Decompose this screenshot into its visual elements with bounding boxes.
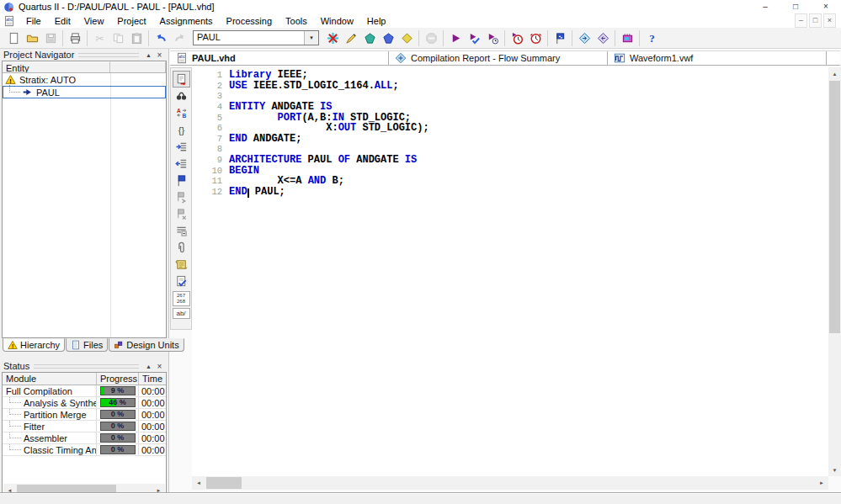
panel-close-icon[interactable]: × <box>154 50 165 61</box>
smart-compile-icon[interactable] <box>323 29 342 47</box>
menu-processing[interactable]: Processing <box>220 16 279 26</box>
code-editor[interactable]: 1Library IEEE;2USE IEEE.STD_LOGIC_1164.A… <box>192 67 828 476</box>
editor-tab-compilation-report-flow-summary[interactable]: Compilation Report - Flow Summary <box>389 51 608 65</box>
module-label: Partition Merge <box>24 410 87 420</box>
programmer-icon[interactable] <box>618 29 636 47</box>
project-navigator-title: Project Navigator <box>3 50 74 60</box>
editor-tab-paul-vhd[interactable]: abcPAUL.vhd <box>170 51 389 65</box>
paste-icon[interactable] <box>127 29 146 47</box>
help-icon[interactable]: ? <box>642 29 661 47</box>
editor-side-toolbar: AB{}267268ab/ <box>170 67 192 330</box>
restore-button[interactable]: □ <box>780 0 811 13</box>
entity-row-stratix-auto[interactable]: !Stratix: AUTO <box>3 73 166 86</box>
undo-icon[interactable] <box>152 29 170 47</box>
scroll-right-icon[interactable]: ► <box>815 476 828 490</box>
replace-icon[interactable]: AB <box>173 104 190 121</box>
ab-syntax-box[interactable]: ab/ <box>173 308 190 319</box>
quartus-app-icon <box>3 2 14 13</box>
panel-collapse-icon[interactable]: ▲ <box>143 50 154 61</box>
menu-project[interactable]: Project <box>110 16 152 26</box>
mdi-close-button[interactable]: × <box>823 13 836 28</box>
navigator-tab-files[interactable]: Files <box>66 338 108 352</box>
entity-row-paul[interactable]: PAUL <box>3 86 166 98</box>
bookmark-next-icon[interactable] <box>173 188 190 205</box>
menu-view[interactable]: View <box>77 16 111 26</box>
mdi-restore-button[interactable]: □ <box>809 13 822 28</box>
editor-horizontal-scrollbar[interactable]: ◄ ► <box>192 476 828 490</box>
assignment-editor-icon[interactable] <box>342 29 360 47</box>
menu-file[interactable]: File <box>19 16 48 26</box>
find-icon[interactable] <box>173 88 190 104</box>
compilation-report-icon <box>395 52 407 64</box>
panel-grab-lines <box>78 53 139 57</box>
save-icon[interactable] <box>41 29 60 47</box>
cut-icon[interactable]: ✂ <box>90 29 109 47</box>
bookmark-clear-icon[interactable] <box>173 205 190 222</box>
minimize-button[interactable]: – <box>750 0 780 13</box>
navigator-tab-hierarchy[interactable]: !Hierarchy <box>3 338 65 352</box>
scrollbar-thumb[interactable] <box>829 81 840 333</box>
line-number: 8 <box>192 144 222 154</box>
code-token: IEEE.STD_LOGIC_1164. <box>248 80 375 92</box>
combo-dropdown-icon[interactable]: ▼ <box>304 31 318 45</box>
comment-lines-icon[interactable] <box>173 222 190 239</box>
line-number: 11 <box>192 176 222 186</box>
start-compilation-icon[interactable] <box>446 29 465 47</box>
redo-icon[interactable] <box>170 29 189 47</box>
template-scroll-icon[interactable] <box>173 256 190 273</box>
scroll-down-icon[interactable]: ▼ <box>828 464 841 476</box>
outdent-icon[interactable] <box>173 155 190 172</box>
print-icon[interactable] <box>66 29 84 47</box>
entity-column-header-2 <box>110 61 166 72</box>
new-file-icon[interactable] <box>4 29 23 47</box>
bookmark-icon[interactable] <box>173 172 190 188</box>
attach-icon[interactable] <box>173 239 190 256</box>
status-close-icon[interactable]: × <box>154 361 165 372</box>
rtl-viewer-icon[interactable] <box>575 29 593 47</box>
line-number: 6 <box>192 123 222 133</box>
scroll-left-icon[interactable]: ◄ <box>192 476 205 490</box>
settings-gem-yellow-icon[interactable] <box>397 29 416 47</box>
code-text: END PAUL; <box>229 186 285 198</box>
navigator-tab-label: Files <box>83 340 103 350</box>
settings-gem-teal-icon[interactable] <box>360 29 379 47</box>
navigator-tab-label: Design Units <box>126 340 178 350</box>
timing-analyzer-icon[interactable] <box>526 29 545 47</box>
mdi-minimize-button[interactable]: – <box>795 13 807 28</box>
status-row-fitter: Fitter0 %00:00 <box>3 421 166 432</box>
stop-icon[interactable] <box>422 29 440 47</box>
status-panel: Status ▲ × Module Progress % Time Full C… <box>2 360 167 498</box>
editor-tab-waveform1-vwf[interactable]: Waveform1.vwf <box>608 51 827 65</box>
editor-vertical-scrollbar[interactable]: ▲ ▼ <box>828 67 841 476</box>
signaltap-flag-icon[interactable] <box>551 29 569 47</box>
menu-tools[interactable]: Tools <box>279 16 314 26</box>
toolbar-separator <box>615 30 615 46</box>
timing-analyzer-play-icon[interactable] <box>508 29 526 47</box>
start-analysis-icon[interactable] <box>465 29 483 47</box>
settings-gem-blue-icon[interactable] <box>379 29 397 47</box>
export-report-icon[interactable] <box>173 71 190 88</box>
braces-icon[interactable]: {} <box>173 121 190 138</box>
progress-cell: 9 % <box>97 385 139 396</box>
menu-help[interactable]: Help <box>360 16 393 26</box>
indent-icon[interactable] <box>173 138 190 155</box>
tree-connector-line <box>9 82 20 93</box>
check-syntax-icon[interactable] <box>173 273 190 289</box>
navigator-tab-design-units[interactable]: Design Units <box>109 338 184 352</box>
status-collapse-icon[interactable]: ▲ <box>143 361 154 372</box>
menu-assignments[interactable]: Assignments <box>153 16 220 26</box>
code-line-7: 7END ANDGATE; <box>192 134 828 145</box>
scroll-up-icon[interactable]: ▲ <box>828 67 841 80</box>
menu-edit[interactable]: Edit <box>48 16 77 26</box>
project-combo[interactable]: PAUL ▼ <box>193 30 319 45</box>
copy-icon[interactable] <box>109 29 127 47</box>
close-button[interactable]: × <box>811 0 841 13</box>
entity-label: PAUL <box>36 88 60 98</box>
tech-map-viewer-icon[interactable] <box>593 29 612 47</box>
open-folder-icon[interactable] <box>23 29 41 47</box>
scrollbar-thumb[interactable] <box>206 477 242 489</box>
line-number: 9 <box>192 155 222 165</box>
menu-window[interactable]: Window <box>314 16 360 26</box>
start-partition-icon[interactable] <box>483 29 502 47</box>
entity-column-header: Entity <box>3 61 110 72</box>
